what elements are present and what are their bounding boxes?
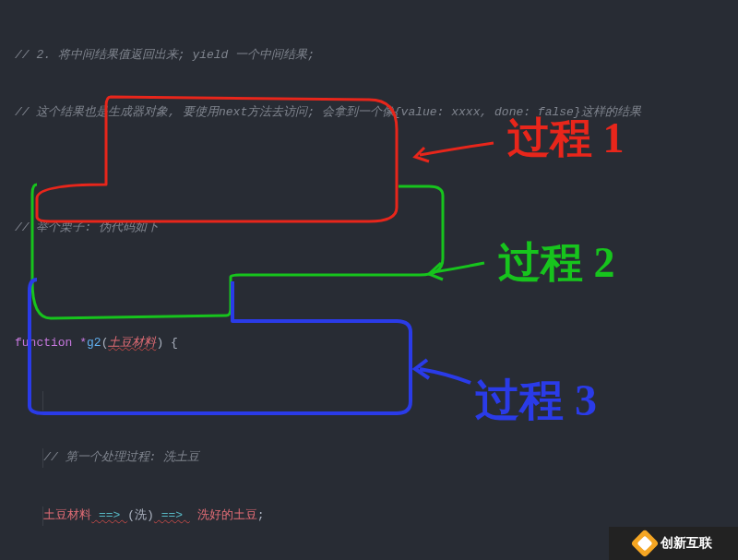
comment-line: // 举个栗子: 伪代码如下 (15, 220, 159, 234)
comment-line: // 这个结果也是生成器对象, 要使用next方法去访问; 会拿到一个像{val… (15, 105, 641, 119)
watermark-text: 创新互联 (661, 535, 712, 552)
ident: 洗好的土豆 (197, 508, 257, 522)
keyword-function: function (15, 336, 79, 350)
watermark: 创新互联 (609, 527, 738, 560)
star: * (79, 336, 87, 350)
semi: ; (257, 508, 265, 522)
logo-icon (635, 533, 655, 554)
ident: 土豆材料 (43, 508, 91, 522)
paren-brace: ) { (156, 336, 177, 350)
arrow-op: ==> (154, 508, 190, 522)
arrow-op: ==> (91, 508, 127, 522)
step: (洗) (127, 508, 154, 522)
function-name: g2 (87, 336, 101, 350)
param: 土豆材料 (108, 336, 156, 350)
code-editor[interactable]: // 2. 将中间结果值返回出来; yield 一个中间结果; // 这个结果也… (0, 0, 738, 560)
comment-line: // 2. 将中间结果值返回出来; yield 一个中间结果; (15, 48, 315, 62)
comment-line: // 第一个处理过程: 洗土豆 (43, 450, 199, 464)
